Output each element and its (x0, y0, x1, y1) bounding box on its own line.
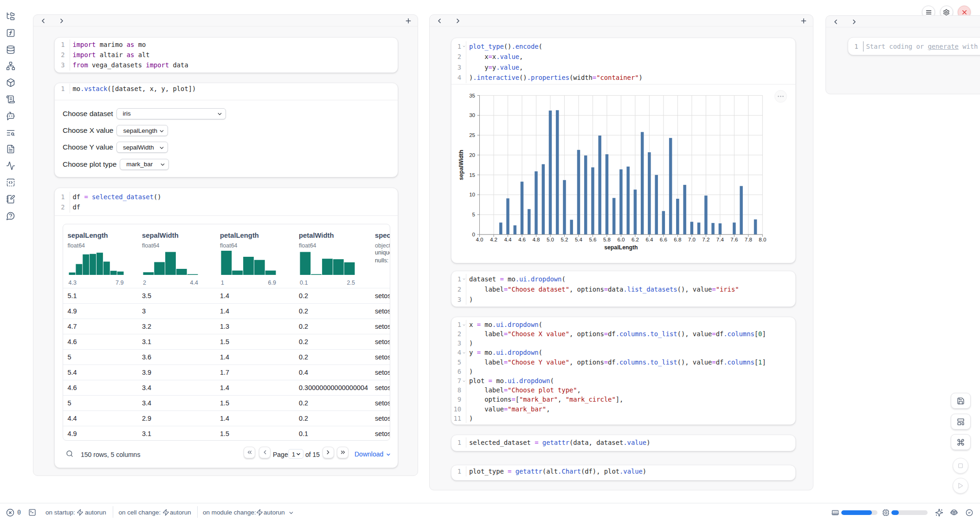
code-line[interactable]: import altair as alt (70, 50, 150, 60)
table-row[interactable]: 4.63.11.50.2setosa (63, 334, 390, 349)
fold-chevron-icon[interactable] (461, 348, 466, 357)
cell-xyplot-dropdowns[interactable]: 1x = mo.ui.dropdown(2 label="Choose X va… (451, 317, 796, 425)
code-line[interactable]: df (70, 202, 81, 213)
search-icon[interactable] (66, 450, 73, 457)
code-line[interactable]: plot = mo.ui.dropdown( (466, 376, 554, 385)
code-line[interactable]: plot_type().encode( (466, 41, 542, 52)
copilot-icon[interactable] (950, 508, 958, 517)
code-editor[interactable]: 1x = mo.ui.dropdown(2 label="Choose X va… (451, 317, 795, 425)
cell-dataset-dropdown[interactable]: 1dataset = mo.ui.dropdown(2 label="Choos… (451, 271, 796, 307)
sidebar-item-network[interactable] (6, 61, 15, 71)
table-row[interactable]: 4.931.40.2setosa (63, 303, 390, 319)
code-line[interactable]: label="Choose plot type", (466, 385, 581, 395)
column-left-icon[interactable] (832, 18, 840, 26)
table-row[interactable]: 53.41.50.2setosa (63, 395, 390, 410)
column-right-icon[interactable] (850, 18, 858, 26)
download-button[interactable]: Download (355, 450, 391, 458)
runtime-config-item[interactable]: on startup: (45, 509, 75, 516)
code-line[interactable]: options=["mark_bar", "mark_circle"], (466, 395, 623, 404)
code-line[interactable]: selected_dataset = getattr(data, dataset… (466, 437, 650, 448)
errors-indicator[interactable] (6, 508, 14, 517)
code-line[interactable]: plot_type = getattr(alt.Chart(df), plot.… (466, 466, 646, 476)
memory-icon[interactable] (832, 509, 839, 516)
dropdown-select[interactable]: sepalWidth (116, 142, 168, 153)
table-row[interactable]: 4.63.41.40.30000000000000004setosa (63, 380, 390, 395)
code-line[interactable]: y=y.value, (466, 62, 523, 73)
table-row[interactable]: 53.61.40.2setosa (63, 349, 390, 365)
code-editor[interactable]: 1selected_dataset = getattr(data, datase… (451, 435, 795, 449)
stop-button[interactable] (953, 458, 968, 474)
code-line[interactable]: dataset = mo.ui.dropdown( (466, 274, 566, 284)
table-row[interactable]: 5.13.51.40.2setosa (63, 288, 390, 303)
layout-select-button[interactable] (951, 414, 971, 430)
sidebar-item-function-square[interactable] (6, 28, 15, 38)
code-editor[interactable]: 1import marimo as mo2import altair as al… (55, 38, 398, 72)
editor-placeholder[interactable]: Start coding or generate with AI. (863, 41, 980, 52)
cell-plot-type[interactable]: 1plot_type = getattr(alt.Chart(df), plot… (451, 465, 796, 481)
column-right-icon[interactable] (454, 17, 462, 25)
sidebar-item-box[interactable] (6, 78, 15, 87)
code-line[interactable]: ).interactive().properties(width="contai… (466, 72, 643, 83)
column-histogram[interactable] (221, 251, 276, 275)
code-line[interactable]: label="Choose Y value", options=df.colum… (466, 358, 766, 367)
cell-imports[interactable]: 1import marimo as mo2import altair as al… (54, 37, 398, 73)
run-button[interactable] (953, 478, 968, 494)
code-line[interactable]: import marimo as mo (70, 39, 146, 50)
code-line[interactable]: x = mo.ui.dropdown( (466, 320, 542, 329)
cell-vstack[interactable]: 1mo.vstack([dataset, x, y, plot]) Choose… (54, 83, 398, 177)
keyboard-shortcuts-button[interactable] (951, 434, 971, 450)
sidebar-item-file-text[interactable] (6, 144, 15, 154)
last-page-button[interactable] (337, 447, 348, 458)
table-row[interactable]: 4.73.21.30.2setosa (63, 319, 390, 334)
code-line[interactable]: ) (466, 414, 473, 423)
dropdown-select[interactable]: sepalLength (116, 125, 168, 136)
runtime-config-item[interactable]: on cell change: (119, 509, 161, 516)
code-line[interactable]: ) (466, 339, 473, 348)
code-editor[interactable]: 1plot_type().encode(2 x=x.value,3 y=y.va… (451, 38, 795, 85)
dropdown-select[interactable]: mark_bar (120, 159, 169, 170)
bar-chart[interactable]: 4.04.24.44.64.85.05.25.45.65.86.06.26.46… (451, 84, 796, 264)
column-left-icon[interactable] (435, 17, 444, 25)
connection-status-icon[interactable] (966, 509, 973, 516)
sidebar-item-folder-tree[interactable] (6, 12, 15, 21)
add-column-icon[interactable] (799, 17, 808, 25)
table-row[interactable]: 5.43.91.70.4setosa (63, 365, 390, 380)
dropdown-select[interactable]: iris (116, 108, 226, 119)
sidebar-item-activity[interactable] (6, 161, 15, 170)
fold-chevron-icon[interactable] (461, 274, 466, 284)
fold-chevron-icon[interactable] (461, 376, 466, 385)
cell-empty[interactable]: 1 Start coding or generate with AI. (848, 37, 980, 55)
add-column-icon[interactable] (404, 17, 413, 25)
column-histogram[interactable] (143, 251, 198, 275)
table-row[interactable]: 4.93.11.50.1setosa (63, 426, 390, 441)
cell-dataframe[interactable]: 1df = selected_dataset()2df sepalLengthf… (54, 188, 398, 468)
chart-actions-button[interactable] (774, 90, 787, 103)
code-line[interactable]: ) (466, 294, 473, 305)
sidebar-item-database[interactable] (6, 45, 15, 54)
code-editor[interactable]: 1dataset = mo.ui.dropdown(2 label="Choos… (451, 271, 795, 306)
code-editor[interactable]: 1df = selected_dataset()2df (55, 188, 398, 215)
fold-chevron-icon[interactable] (461, 41, 466, 52)
sidebar-item-scroll-text[interactable] (6, 95, 15, 104)
code-editor[interactable]: 1mo.vstack([dataset, x, y, plot]) (55, 83, 398, 96)
code-line[interactable]: y = mo.ui.dropdown( (466, 348, 542, 357)
code-editor[interactable]: 1 Start coding or generate with AI. (848, 38, 980, 53)
sidebar-item-bot-message-square[interactable] (6, 111, 15, 121)
first-page-button[interactable] (244, 447, 255, 458)
sidebar-item-text-search[interactable] (6, 128, 15, 137)
column-left-icon[interactable] (39, 17, 47, 25)
code-line[interactable]: mo.vstack([dataset, x, y, plot]) (70, 84, 196, 94)
ai-sparkles-icon[interactable] (935, 508, 943, 517)
prev-page-button[interactable] (259, 447, 271, 458)
runtime-config-item[interactable]: on module change: (203, 509, 256, 516)
code-line[interactable]: x=x.value, (466, 52, 523, 62)
code-line[interactable]: ) (466, 367, 473, 376)
column-right-icon[interactable] (58, 17, 66, 25)
code-line[interactable]: value="mark_bar", (466, 404, 550, 414)
page-select[interactable]: 1 (288, 449, 303, 459)
sidebar-item-snippets-code[interactable] (6, 178, 15, 187)
sidebar-item-help-circle[interactable] (6, 211, 15, 221)
code-line[interactable]: from vega_datasets import data (70, 60, 188, 70)
cell-selected-dataset[interactable]: 1selected_dataset = getattr(data, datase… (451, 435, 796, 451)
column-histogram[interactable] (300, 251, 355, 275)
